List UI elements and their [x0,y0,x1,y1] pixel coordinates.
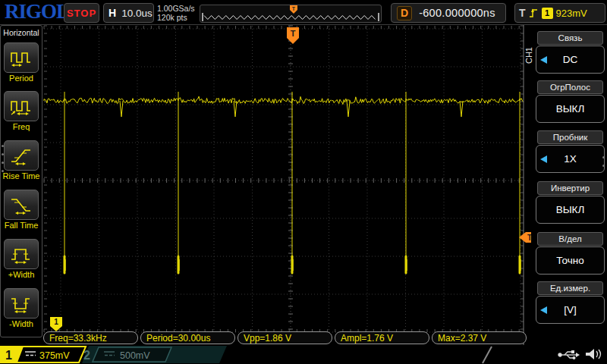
svg-text:T: T [292,6,296,11]
ch2-scale: 500mV [120,350,150,361]
measurement-max[interactable]: Max=2.37 V [432,331,527,344]
status-divider [483,347,492,363]
left-menu-title: Horizontal [1,28,42,37]
menu-value-text: ВЫКЛ [556,204,585,215]
menu-bw-limit-value[interactable]: ВЫКЛ [536,95,605,123]
top-bar: RIGOL STOP H 10.0us 1.00GSa/s 120k pts T… [0,0,607,25]
ch2-number: 2 [83,349,90,362]
run-state-indicator[interactable]: STOP [64,3,99,23]
menu-item-label: -Width [1,319,42,328]
ch1-number: 1 [5,349,12,362]
menu-value-text: 1X [564,153,577,165]
menu-item-freq[interactable]: Freq [1,91,42,131]
delay-value: -600.000000ns [419,7,495,19]
svg-text:T: T [291,29,296,38]
menu-invert-value[interactable]: ВЫКЛ [536,196,605,224]
menu-units-value[interactable]: [V] [536,296,605,324]
ch1-status-badge[interactable]: 1 375mV [1,347,86,362]
ch1-trace [44,92,524,273]
status-bar: 1 375mV 2 500mV [0,345,607,364]
menu-value-text: Точно [556,255,583,266]
trigger-level-value: 923mV [556,8,587,19]
trigger-label: T [519,7,526,19]
rising-edge-icon [529,7,539,19]
menu-coupling-label: Связь [537,31,603,45]
preview-waveform-svg: T [200,5,381,22]
menu-bw-limit-label: ОгрПолос [537,80,603,94]
freq-icon [10,96,33,116]
menu-invert-label: Инвертир [537,181,603,195]
measurement-ampl[interactable]: Ampl=1.76 V [335,331,429,344]
acquisition-info: 1.00GSa/s 120k pts [157,3,200,23]
ch1-scale: 375mV [39,350,70,361]
graticule [44,26,524,332]
delay-label: D [397,6,412,20]
svg-text:1: 1 [54,318,58,326]
menu-item-period[interactable]: Period [1,42,42,83]
delay-box[interactable]: D -600.000000ns [391,3,506,23]
plus-width-icon [10,244,33,264]
minus-width-icon [10,293,33,313]
channel-menu: Связь DC ОгрПолос ВЫКЛ Пробник 1X Инверт… [531,25,607,347]
menu-probe-label: Пробник [537,130,603,144]
period-icon [10,48,33,67]
oscilloscope-screen: RIGOL STOP H 10.0us 1.00GSa/s 120k pts T… [0,0,607,364]
menu-item-rise-time[interactable]: Rise Time [1,140,42,180]
menu-value-text: ВЫКЛ [556,103,585,115]
right-page-dots [602,150,605,173]
trigger-position-marker[interactable]: T [287,27,299,44]
timebase-value: 10.0us [121,8,153,19]
menu-item-label: Freq [1,122,42,131]
fall-time-icon [10,195,33,215]
menu-probe-value[interactable]: 1X [536,145,605,173]
menu-item-minus-width[interactable]: -Width [1,288,42,328]
menu-item-plus-width[interactable]: +Width [1,239,42,279]
measurement-bar: Freq=33.3kHz Period=30.00us Vpp=1.86 V A… [43,331,527,344]
select-arrow-icon [540,155,547,163]
preview-trigger-marker[interactable]: T [290,5,297,14]
waveform-display[interactable]: TT1 [43,25,533,347]
speaker-icon [586,349,601,359]
brand-logo: RIGOL [5,0,69,24]
menu-item-label: Rise Time [1,171,42,180]
select-arrow-icon [540,56,547,64]
horizontal-label: H [109,7,116,19]
measurement-freq[interactable]: Freq=33.3kHz [43,331,138,344]
menu-value-text: DC [563,54,578,65]
horizontal-measure-menu: Horizontal Period Freq [0,25,42,337]
usb-icon [558,350,580,359]
menu-volts-div-value[interactable]: Точно [536,246,605,275]
waveform-preview[interactable]: T [200,5,382,23]
menu-item-label: Fall Time [1,221,42,230]
timebase-box[interactable]: H 10.0us [103,3,154,23]
left-page-dots [2,139,5,178]
trigger-source-badge: 1 [542,8,553,19]
measurement-period[interactable]: Period=30.00us [140,331,235,344]
trigger-box[interactable]: T 1 923mV [514,3,605,23]
menu-value-text: [V] [564,304,577,315]
preview-trace [204,16,376,20]
menu-units-label: Ед.измер. [537,281,603,295]
menu-item-fall-time[interactable]: Fall Time [1,190,42,230]
sample-rate: 1.00GSa/s [157,4,200,13]
measurement-vpp[interactable]: Vpp=1.86 V [237,331,332,344]
ch2-status-badge[interactable]: 2 500mV [82,346,227,363]
menu-volts-div-label: В/дел [537,232,603,246]
select-arrow-icon [540,306,547,314]
memory-depth: 120k pts [157,13,200,22]
channel-label: CH1 [524,42,535,69]
menu-coupling-value[interactable]: DC [536,46,605,74]
menu-item-label: Period [1,74,42,83]
menu-item-label: +Width [1,270,42,279]
rise-time-icon [10,146,33,165]
